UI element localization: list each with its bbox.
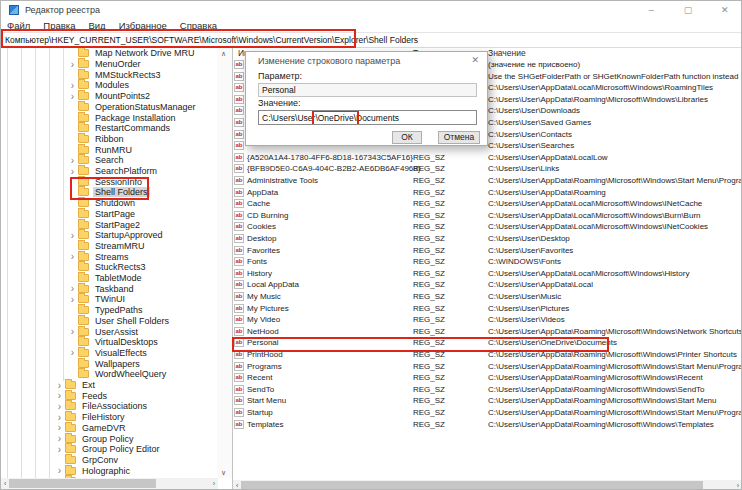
registry-value-row[interactable]: abLocal AppDataREG_SZC:\Users\User\AppDa… — [233, 279, 742, 291]
expand-chevron-icon[interactable]: › — [54, 466, 65, 475]
close-button[interactable]: ✕ — [706, 1, 742, 19]
registry-value-row[interactable]: abAppDataREG_SZC:\Users\User\AppData\Roa… — [233, 187, 742, 199]
tree-item[interactable]: RestartCommands — [67, 123, 172, 134]
tree-item[interactable]: TypedPaths — [67, 305, 145, 316]
tree-item[interactable]: ›VisualEffects — [67, 348, 149, 359]
registry-value-row[interactable]: abCookiesREG_SZC:\Users\User\AppData\Loc… — [233, 221, 742, 233]
expand-chevron-icon[interactable]: › — [67, 284, 78, 293]
tree-item[interactable]: ›MenuOrder — [67, 59, 143, 70]
expand-chevron-icon[interactable]: › — [67, 167, 78, 176]
registry-value-row[interactable]: ab{BFB9D5E0-C6A9-404C-B2B2-AE6DB6AF4968}… — [233, 163, 742, 175]
tree-vertical-scrollbar[interactable]: ∧ ∨ — [217, 48, 232, 478]
tree-item-label: Shutdown — [93, 198, 137, 208]
string-value-icon: ab — [234, 60, 244, 69]
tree-item[interactable]: ›TWinUI — [67, 294, 127, 305]
registry-value-row[interactable]: abHistoryREG_SZC:\Users\User\AppData\Loc… — [233, 268, 742, 280]
registry-value-row[interactable]: abSendToREG_SZC:\Users\User\AppData\Roam… — [233, 384, 742, 396]
tree-item[interactable]: ›Modules — [67, 80, 131, 91]
registry-value-row[interactable]: abCD BurningREG_SZC:\Users\User\AppData\… — [233, 210, 742, 222]
tree-item[interactable]: Shutdown — [67, 198, 137, 209]
expand-chevron-icon[interactable]: › — [67, 231, 78, 240]
registry-value-row[interactable]: abProgramsREG_SZC:\Users\User\AppData\Ro… — [233, 361, 742, 373]
expand-chevron-icon[interactable]: › — [54, 402, 65, 411]
scroll-right-icon[interactable]: › — [213, 478, 215, 489]
param-name-field[interactable]: Personal — [258, 83, 477, 97]
cancel-button[interactable]: Отмена — [438, 131, 480, 144]
expand-chevron-icon[interactable]: › — [67, 252, 78, 261]
scroll-left-icon[interactable]: ‹ — [4, 478, 6, 489]
ok-button[interactable]: ОК — [392, 131, 422, 144]
registry-value-row[interactable]: abMy VideoREG_SZC:\Users\User\Videos — [233, 314, 742, 326]
expand-chevron-icon[interactable]: › — [67, 81, 78, 90]
expand-chevron-icon[interactable]: › — [67, 327, 78, 336]
scroll-left-icon[interactable]: ‹ — [236, 480, 238, 490]
list-horizontal-scrollbar[interactable]: ‹ › — [233, 480, 742, 490]
tree-item[interactable]: ›Search — [67, 155, 126, 166]
registry-value-row[interactable]: abAdministrative ToolsREG_SZC:\Users\Use… — [233, 175, 742, 187]
registry-value-row[interactable]: abFontsREG_SZC:\WINDOWS\Fonts — [233, 256, 742, 268]
tree-item[interactable]: VirtualDesktops — [67, 337, 160, 348]
scrollbar-thumb[interactable] — [241, 481, 703, 490]
maximize-button[interactable]: ▢ — [670, 1, 707, 19]
tree-horizontal-scrollbar[interactable]: ‹ › — [1, 478, 218, 489]
registry-value-row[interactable]: abFavoritesREG_SZC:\Users\User\Favorites — [233, 245, 742, 257]
tree-item[interactable]: ›StartupApproved — [67, 230, 165, 241]
scrollbar-thumb[interactable] — [9, 479, 156, 488]
expand-chevron-icon[interactable]: › — [67, 92, 78, 101]
scroll-down-icon[interactable]: ∨ — [221, 467, 226, 478]
registry-value-row[interactable]: abMy MusicREG_SZC:\Users\User\Music — [233, 291, 742, 303]
tree-item[interactable]: GrpConv — [54, 455, 120, 466]
dialog-close-icon[interactable]: ✕ — [471, 55, 479, 65]
tree-item[interactable]: Ribbon — [67, 134, 126, 145]
address-bar[interactable]: Компьютер\HKEY_CURRENT_USER\SOFTWARE\Mic… — [1, 32, 742, 48]
tree-item[interactable]: ›Ext — [54, 380, 97, 391]
minimize-button[interactable]: – — [633, 1, 670, 19]
registry-value-row[interactable]: abStartupREG_SZC:\Users\User\AppData\Roa… — [233, 407, 742, 419]
expand-chevron-icon[interactable]: › — [54, 391, 65, 400]
registry-value-row[interactable]: abTemplatesREG_SZC:\Users\User\AppData\R… — [233, 419, 742, 431]
tree-item[interactable]: RunMRU — [67, 144, 134, 155]
registry-value-row[interactable]: abPersonalREG_SZC:\Users\User\OneDrive\D… — [233, 337, 742, 349]
tree-item[interactable]: ›Feeds — [54, 390, 109, 401]
tree-item[interactable]: ›FileHistory — [54, 412, 127, 423]
registry-value-row[interactable]: abDesktopREG_SZC:\Users\User\Desktop — [233, 233, 742, 245]
registry-value-row[interactable]: abCacheREG_SZC:\Users\User\AppData\Local… — [233, 198, 742, 210]
registry-value-row[interactable]: abRecentREG_SZC:\Users\User\AppData\Roam… — [233, 372, 742, 384]
tree-item[interactable]: TabletMode — [67, 273, 144, 284]
expand-chevron-icon[interactable]: › — [67, 295, 78, 304]
menu-item[interactable]: Справка — [180, 20, 217, 31]
registry-value-row[interactable]: abNetHoodREG_SZC:\Users\User\AppData\Roa… — [233, 326, 742, 338]
registry-value-row[interactable]: abMy PicturesREG_SZC:\Users\User\Picture… — [233, 303, 742, 315]
expand-chevron-icon[interactable]: › — [67, 60, 78, 69]
registry-value-row[interactable]: abStart MenuREG_SZC:\Users\User\AppData\… — [233, 395, 742, 407]
tree-item[interactable]: WordWheelQuery — [67, 369, 168, 380]
scroll-right-icon[interactable]: › — [737, 480, 739, 490]
tree-item[interactable]: ›MountPoints2 — [67, 91, 152, 102]
tree-item[interactable]: StartPage — [67, 209, 137, 220]
tree-item[interactable]: ›Streams — [67, 251, 131, 262]
registry-value-row[interactable]: ab{A520A1A4-1780-4FF6-8D18-167343C5AF16}… — [233, 152, 742, 164]
expand-chevron-icon[interactable]: › — [54, 381, 65, 390]
value-input[interactable]: C:\Users\User\OneDrive\Documents — [258, 110, 477, 125]
tree-item[interactable]: StreamMRU — [67, 241, 147, 252]
tree-item[interactable]: OperationStatusManager — [67, 102, 198, 113]
expand-chevron-icon[interactable]: › — [54, 413, 65, 422]
menu-item[interactable]: Избранное — [119, 20, 167, 31]
expand-chevron-icon[interactable]: › — [67, 156, 78, 165]
registry-value-row[interactable]: abPrintHoodREG_SZC:\Users\User\AppData\R… — [233, 349, 742, 361]
tree-item[interactable]: ›GameDVR — [54, 423, 128, 434]
tree-item[interactable]: ›Group Policy Editor — [54, 444, 162, 455]
menu-item[interactable]: Вид — [88, 20, 105, 31]
expand-chevron-icon[interactable]: › — [67, 348, 78, 357]
scroll-up-icon[interactable]: ∧ — [221, 48, 226, 59]
expand-chevron-icon[interactable]: › — [54, 434, 65, 443]
tree-item[interactable]: User Shell Folders — [67, 316, 171, 327]
menu-item[interactable]: Файл — [7, 20, 30, 31]
expand-chevron-icon[interactable]: › — [54, 423, 65, 432]
tree-item[interactable]: Map Network Drive MRU — [67, 48, 197, 59]
menu-item[interactable]: Правка — [43, 20, 75, 31]
column-header-value[interactable]: Значение — [488, 48, 526, 59]
value-data: C:\Users\User\OneDrive\Documents — [488, 337, 617, 349]
expand-chevron-icon[interactable]: › — [54, 445, 65, 454]
tree-item[interactable]: ›SearchPlatform — [67, 166, 159, 177]
